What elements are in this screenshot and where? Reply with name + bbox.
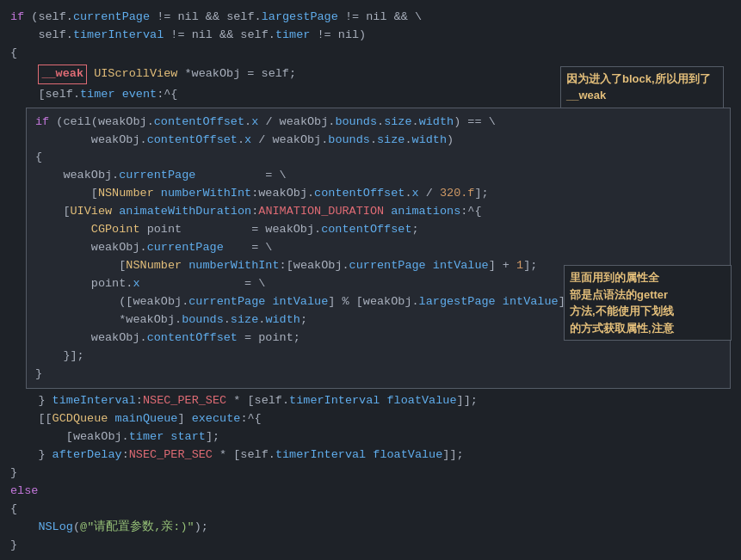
weak-line: __weak UIScrollView *weakObj = self; 因为进…	[10, 65, 731, 84]
inner-code-block: if (ceil(weakObj.contentOffset.x / weakO…	[26, 108, 731, 390]
inner-line-1: if (ceil(weakObj.contentOffset.x / weakO…	[35, 114, 721, 132]
code-line-14: } afterDelay:NSEC_PER_SEC * [self.timerI…	[10, 446, 731, 465]
code-line-2: self.timerInterval != nil && self.timer …	[10, 27, 731, 45]
code-line-3: {	[10, 45, 731, 63]
weak-annotation: 因为进入了block,所以用到了__weak	[560, 66, 724, 108]
code-line-10: } timeInterval:NSEC_PER_SEC * [self.time…	[10, 392, 731, 410]
code-container: if (self.currentPage != nil && self.larg…	[0, 0, 741, 560]
code-line-12: [[GCDQueue mainQueue] execute:^{	[10, 410, 731, 428]
inner-annotation: 里面用到的属性全部是点语法的getter方法,不能使用下划线的方式获取属性,注意	[564, 265, 732, 341]
code-line-15: }	[10, 465, 731, 483]
inner-line-4: weakObj.currentPage = \	[35, 167, 721, 185]
code-line-18: NSLog(@"请配置参数,亲:)");	[10, 519, 731, 537]
inner-line-10: weakObj.currentPage = \	[35, 239, 721, 257]
code-line-13: [weakObj.timer start];	[10, 428, 731, 446]
code-line-1: if (self.currentPage != nil && self.larg…	[10, 9, 731, 27]
inner-line-8: CGPoint point = weakObj.contentOffset;	[35, 221, 721, 239]
code-line-17: {	[10, 501, 731, 519]
inner-line-17: }];	[35, 348, 721, 366]
inner-line-5: [NSNumber numberWithInt:weakObj.contentO…	[35, 185, 721, 203]
code-line-16: else	[10, 483, 731, 501]
inner-line-18: }	[35, 366, 721, 384]
inner-line-2: weakObj.contentOffset.x / weakObj.bounds…	[35, 132, 721, 150]
code-line-19: }	[10, 537, 731, 555]
inner-line-3: {	[35, 149, 721, 167]
inner-line-7: [UIView animateWithDuration:ANIMATION_DU…	[35, 203, 721, 221]
weak-keyword: __weak	[38, 65, 87, 84]
